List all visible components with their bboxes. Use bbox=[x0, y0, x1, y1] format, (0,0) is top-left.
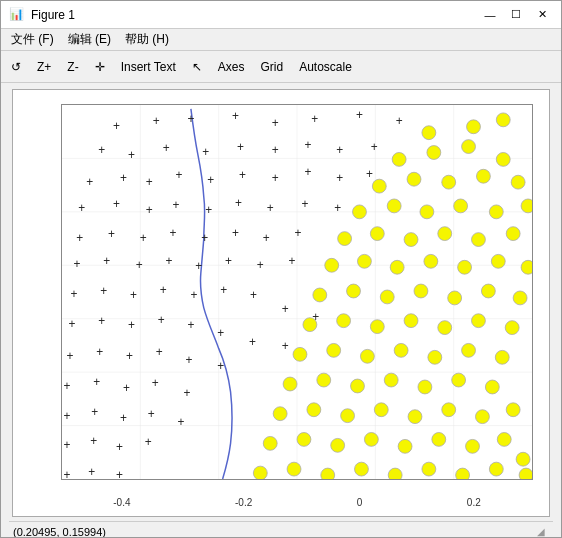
svg-point-179 bbox=[253, 466, 267, 479]
svg-text:+: + bbox=[371, 140, 378, 154]
svg-text:+: + bbox=[217, 327, 224, 341]
window-title: Figure 1 bbox=[31, 8, 75, 22]
svg-point-185 bbox=[456, 468, 470, 479]
svg-point-117 bbox=[420, 205, 434, 219]
svg-point-147 bbox=[505, 321, 519, 335]
svg-point-105 bbox=[496, 113, 510, 127]
svg-text:+: + bbox=[120, 171, 127, 185]
svg-point-159 bbox=[418, 380, 432, 394]
svg-text:+: + bbox=[123, 381, 130, 395]
svg-text:+: + bbox=[176, 168, 183, 182]
minimize-button[interactable]: — bbox=[479, 4, 501, 26]
zoom-out-button[interactable]: Z- bbox=[61, 58, 84, 76]
svg-text:+: + bbox=[91, 405, 98, 419]
svg-text:+: + bbox=[356, 108, 363, 122]
svg-text:+: + bbox=[98, 314, 105, 328]
svg-point-121 bbox=[338, 232, 352, 246]
svg-point-114 bbox=[511, 175, 525, 189]
title-bar: 📊 Figure 1 — ☐ ✕ bbox=[1, 1, 561, 29]
pan-button[interactable]: ✛ bbox=[89, 58, 111, 76]
grid-button[interactable]: Grid bbox=[255, 58, 290, 76]
svg-text:+: + bbox=[263, 231, 270, 245]
svg-point-184 bbox=[422, 462, 436, 476]
svg-point-152 bbox=[428, 350, 442, 364]
svg-text:+: + bbox=[120, 411, 127, 425]
autoscale-button[interactable]: Autoscale bbox=[293, 58, 358, 76]
svg-point-113 bbox=[476, 169, 490, 183]
svg-point-182 bbox=[355, 462, 369, 476]
svg-text:+: + bbox=[272, 116, 279, 130]
figure-container: + + + + + + + + + + + + + + + + + + bbox=[12, 89, 550, 517]
x-label-n2: -0.2 bbox=[235, 497, 252, 508]
svg-point-108 bbox=[462, 140, 476, 154]
svg-point-120 bbox=[521, 199, 532, 213]
reset-button[interactable]: ↺ bbox=[5, 58, 27, 76]
menu-help[interactable]: 帮助 (H) bbox=[119, 29, 175, 50]
zoom-in-button[interactable]: Z+ bbox=[31, 58, 57, 76]
select-button[interactable]: ↖ bbox=[186, 58, 208, 76]
svg-text:+: + bbox=[153, 114, 160, 128]
svg-point-139 bbox=[481, 284, 495, 298]
svg-point-153 bbox=[462, 343, 476, 357]
axes-area[interactable]: + + + + + + + + + + + + + + + + + + bbox=[61, 104, 533, 480]
svg-text:+: + bbox=[98, 143, 105, 157]
svg-text:+: + bbox=[78, 201, 85, 215]
svg-point-138 bbox=[448, 291, 462, 305]
svg-point-109 bbox=[496, 152, 510, 166]
svg-point-134 bbox=[313, 288, 327, 302]
svg-text:+: + bbox=[140, 231, 147, 245]
restore-button[interactable]: ☐ bbox=[505, 4, 527, 26]
svg-text:+: + bbox=[66, 349, 73, 363]
svg-point-137 bbox=[414, 284, 428, 298]
insert-text-button[interactable]: Insert Text bbox=[115, 58, 182, 76]
svg-text:+: + bbox=[70, 287, 77, 301]
svg-text:+: + bbox=[88, 465, 95, 479]
svg-text:+: + bbox=[304, 138, 311, 152]
x-label-2: 0.2 bbox=[467, 497, 481, 508]
svg-point-126 bbox=[506, 227, 520, 241]
svg-point-187 bbox=[519, 468, 532, 479]
svg-point-163 bbox=[273, 407, 287, 421]
close-button[interactable]: ✕ bbox=[531, 4, 553, 26]
svg-text:+: + bbox=[68, 317, 75, 331]
svg-point-165 bbox=[341, 409, 355, 423]
svg-text:+: + bbox=[96, 345, 103, 359]
menu-edit[interactable]: 编辑 (E) bbox=[62, 29, 117, 50]
svg-point-169 bbox=[475, 410, 489, 424]
svg-point-164 bbox=[307, 403, 321, 417]
svg-point-177 bbox=[466, 439, 480, 453]
svg-point-141 bbox=[303, 318, 317, 332]
svg-point-130 bbox=[424, 254, 438, 268]
svg-point-172 bbox=[297, 432, 311, 446]
svg-text:+: + bbox=[336, 143, 343, 157]
svg-text:+: + bbox=[152, 376, 159, 390]
svg-point-110 bbox=[372, 179, 386, 193]
svg-text:+: + bbox=[250, 288, 257, 302]
svg-text:+: + bbox=[187, 112, 194, 126]
svg-text:+: + bbox=[334, 201, 341, 215]
svg-text:+: + bbox=[90, 434, 97, 448]
svg-point-150 bbox=[360, 349, 374, 363]
svg-text:+: + bbox=[249, 335, 256, 349]
svg-text:+: + bbox=[108, 227, 115, 241]
x-label-n4: -0.4 bbox=[113, 497, 130, 508]
svg-point-129 bbox=[390, 260, 404, 274]
axes-button[interactable]: Axes bbox=[212, 58, 251, 76]
svg-text:+: + bbox=[128, 148, 135, 162]
svg-text:+: + bbox=[282, 339, 289, 353]
svg-text:+: + bbox=[170, 226, 177, 240]
svg-point-131 bbox=[458, 260, 472, 274]
svg-point-124 bbox=[438, 227, 452, 241]
svg-text:+: + bbox=[202, 145, 209, 159]
svg-text:+: + bbox=[128, 318, 135, 332]
menu-file[interactable]: 文件 (F) bbox=[5, 29, 60, 50]
svg-point-156 bbox=[317, 373, 331, 387]
svg-text:+: + bbox=[304, 165, 311, 179]
svg-text:+: + bbox=[232, 226, 239, 240]
svg-text:+: + bbox=[146, 203, 153, 217]
svg-point-118 bbox=[454, 199, 468, 213]
resize-handle[interactable]: ◢ bbox=[537, 526, 549, 538]
app-icon: 📊 bbox=[9, 7, 25, 23]
svg-text:+: + bbox=[257, 258, 264, 272]
x-label-0: 0 bbox=[357, 497, 363, 508]
